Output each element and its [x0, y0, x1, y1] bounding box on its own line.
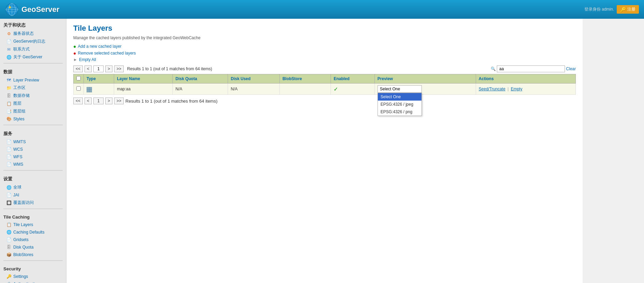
logo-area[interactable]: GeoServer	[5, 3, 59, 16]
first-page-button[interactable]: <<	[73, 65, 83, 72]
wcs-icon: 📄	[6, 147, 12, 152]
sidebar-item-workspace[interactable]: 📁 工作区	[0, 84, 66, 92]
table-header-row: Type Layer Name Disk Quota Disk Used Blo…	[74, 74, 576, 84]
header-right: 登录身份 admin. 🔑 注册	[584, 5, 639, 14]
search-input[interactable]	[497, 65, 565, 72]
logo-globe	[5, 3, 19, 16]
empty-all-link[interactable]: ► Empty All	[73, 57, 576, 62]
preview-dropdown-container[interactable]: Select One EPSG:4326 / jpeg EPSG:4326 / …	[378, 85, 422, 93]
add-icon: ●	[73, 44, 76, 49]
col-enabled[interactable]: Enabled	[331, 74, 375, 84]
prev-page-button-bottom[interactable]: <	[85, 98, 92, 104]
sidebar-item-wfs[interactable]: 📄 WFS	[0, 153, 66, 161]
sidebar-item-caching-defaults[interactable]: 🌐 Caching Defaults	[0, 228, 66, 236]
cachingdefaults-icon: 🌐	[6, 229, 12, 235]
seed-truncate-link[interactable]: Seed/Truncate	[479, 87, 505, 91]
prev-page-button[interactable]: <	[85, 65, 92, 72]
add-cached-layer-link[interactable]: ● Add a new cached layer	[73, 44, 576, 49]
layergroup-icon: 📑	[6, 109, 12, 114]
sidebar-divider-3	[3, 170, 63, 170]
sidebar-item-settings[interactable]: 🔑 Settings	[0, 273, 66, 280]
next-page-button[interactable]: >	[105, 65, 112, 72]
layer-name: map:aa	[117, 87, 131, 91]
remove-cached-layer-link[interactable]: ● Remove selected cached layers	[73, 50, 576, 56]
dropdown-option-png[interactable]: EPSG:4326 / png	[378, 108, 421, 116]
row-actions-cell: Seed/Truncate | Empty	[476, 84, 576, 95]
last-page-button-bottom[interactable]: >>	[114, 98, 124, 104]
sidebar-item-layers[interactable]: 📋 图层	[0, 100, 66, 107]
content-area: Tile Layers Manage the cached layers pub…	[66, 19, 583, 109]
col-disk-quota[interactable]: Disk Quota	[172, 74, 228, 84]
sidebar-item-blobstores[interactable]: 📦 BlobStores	[0, 251, 66, 258]
page-number-input-bottom[interactable]	[93, 98, 104, 104]
sidebar-item-jai[interactable]: 📄 JAI	[0, 191, 66, 199]
action-separator: |	[507, 87, 508, 91]
sidebar-item-contact[interactable]: ✉ 联系方式	[0, 45, 66, 53]
page-title: Tile Layers	[73, 24, 576, 33]
sidebar-item-wmts[interactable]: 📄 WMTS	[0, 138, 66, 146]
row-preview-cell[interactable]: Select One EPSG:4326 / jpeg EPSG:4326 / …	[374, 84, 476, 95]
col-type[interactable]: Type	[84, 74, 114, 84]
page-subtitle: Manage the cached layers published by th…	[73, 35, 576, 40]
clear-button[interactable]: Clear	[566, 66, 576, 71]
coverage-icon: 🔲	[6, 200, 12, 206]
col-checkbox	[74, 74, 84, 84]
tile-type-icon	[87, 87, 92, 92]
sidebar-item-layer-preview[interactable]: 🗺 Layer Preview	[0, 76, 66, 84]
select-all-checkbox[interactable]	[76, 76, 81, 80]
sidebar-item-coverage[interactable]: 🔲 覆盖面访问	[0, 199, 66, 207]
layer-icon: 📋	[6, 101, 12, 106]
diskquota-icon: 🗄	[6, 244, 12, 250]
sidebar-item-wms[interactable]: 📄 WMS	[0, 161, 66, 168]
sidebar-item-tile-layers[interactable]: 📋 Tile Layers	[0, 221, 66, 228]
disk-quota-value: N/A	[175, 87, 182, 91]
main-content: Tile Layers Manage the cached layers pub…	[66, 19, 583, 283]
col-actions[interactable]: Actions	[476, 74, 576, 84]
server-icon: ⚙	[6, 31, 12, 36]
jai-icon: 📄	[6, 192, 12, 198]
row-disk-used-cell: N/A	[228, 84, 280, 95]
preview-select[interactable]: Select One EPSG:4326 / jpeg EPSG:4326 / …	[378, 85, 422, 93]
next-page-button-bottom[interactable]: >	[105, 98, 112, 104]
contact-icon: ✉	[6, 47, 12, 52]
col-preview[interactable]: Preview	[374, 74, 476, 84]
col-disk-used[interactable]: Disk Used	[228, 74, 280, 84]
workspace-icon: 📁	[6, 85, 12, 91]
wmts-icon: 📄	[6, 139, 12, 145]
page-number-input[interactable]	[93, 65, 104, 72]
sidebar-item-layergroup[interactable]: 📑 图层组	[0, 107, 66, 115]
sidebar-section-settings: 设置	[0, 173, 66, 183]
empty-link[interactable]: Empty	[511, 87, 522, 91]
sidebar-item-datastore[interactable]: 🗄 数据存储	[0, 92, 66, 100]
row-checkbox[interactable]	[76, 86, 81, 91]
col-blobstore[interactable]: BlobStore	[279, 74, 331, 84]
sidebar-item-styles[interactable]: 🎨 Styles	[0, 115, 66, 123]
sidebar: 关于和状态 ⚙ 服务器状态 📄 GeoServer的日志 ✉ 联系方式 🌐 关于…	[0, 19, 66, 283]
dropdown-option-select-one[interactable]: Select One	[378, 93, 421, 101]
register-icon: 🔑	[620, 7, 626, 12]
sidebar-item-global[interactable]: 🌐 全球	[0, 183, 66, 191]
sidebar-item-authentication[interactable]: 🔒 Authentication	[0, 280, 66, 283]
store-icon: 🗄	[6, 93, 12, 99]
first-page-button-bottom[interactable]: <<	[73, 98, 83, 104]
sidebar-item-disk-quota[interactable]: 🗄 Disk Quota	[0, 243, 66, 251]
sidebar-section-about: 关于和状态	[0, 19, 66, 30]
sidebar-item-gridsets[interactable]: 📄 Gridsets	[0, 236, 66, 243]
preview-icon: 🗺	[6, 77, 12, 83]
results-text: Results 1 to 1 (out of 1 matches from 64…	[127, 66, 212, 71]
settings-icon: 🔑	[6, 274, 12, 279]
dropdown-option-jpeg[interactable]: EPSG:4326 / jpeg	[378, 101, 421, 108]
sidebar-item-wcs[interactable]: 📄 WCS	[0, 146, 66, 153]
last-page-button[interactable]: >>	[114, 65, 124, 72]
layout: 关于和状态 ⚙ 服务器状态 📄 GeoServer的日志 ✉ 联系方式 🌐 关于…	[0, 19, 644, 283]
col-layer-name[interactable]: Layer Name	[114, 74, 173, 84]
sidebar-item-about[interactable]: 🌐 关于 GeoServer	[0, 53, 66, 61]
disk-used-value: N/A	[231, 87, 237, 91]
register-button[interactable]: 🔑 注册	[617, 5, 639, 14]
login-info: 登录身份 admin.	[584, 6, 614, 12]
header: GeoServer 登录身份 admin. 🔑 注册	[0, 0, 644, 19]
sidebar-section-data: 数据	[0, 65, 66, 76]
sidebar-item-logs[interactable]: 📄 GeoServer的日志	[0, 38, 66, 45]
sidebar-item-server-status[interactable]: ⚙ 服务器状态	[0, 30, 66, 38]
gridsets-icon: 📄	[6, 237, 12, 242]
